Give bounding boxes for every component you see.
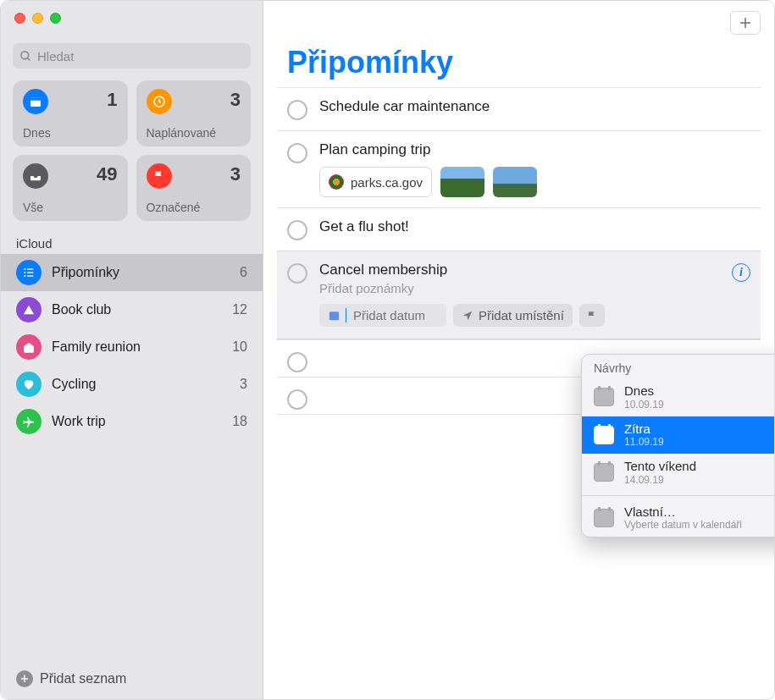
complete-toggle[interactable] <box>287 143 307 163</box>
sidebar-list-item[interactable]: Family reunion10 <box>1 328 263 366</box>
list-name: Family reunion <box>52 339 222 355</box>
reminder-item-editing[interactable]: Cancel membership Přidat poznámky Přidat… <box>277 251 761 339</box>
flag-icon <box>147 163 172 189</box>
date-suggestion[interactable]: Zítra11.09.19 <box>582 416 775 455</box>
smart-flagged[interactable]: 3 Označené <box>136 155 252 221</box>
favicon-icon <box>329 174 344 190</box>
list-name: Work trip <box>52 414 222 429</box>
svg-rect-9 <box>27 272 33 273</box>
smart-scheduled-count: 3 <box>230 89 241 111</box>
add-location-label: Přidat umístění <box>479 308 564 322</box>
calendar-icon <box>328 309 340 322</box>
inbox-icon <box>23 163 48 189</box>
zoom-window-button[interactable] <box>50 13 61 24</box>
window-controls <box>14 13 61 24</box>
plus-circle-icon: + <box>16 670 33 687</box>
list-color-icon <box>16 260 42 285</box>
svg-rect-10 <box>27 275 33 276</box>
smart-lists: 1 Dnes 3 Naplánované 49 <box>1 77 263 229</box>
list-name: Book club <box>52 302 222 317</box>
calendar-icon <box>594 388 614 406</box>
list-container: Připomínky6Book club12Family reunion10Cy… <box>1 254 263 659</box>
date-suggestion-date: 10.09.19 <box>624 399 664 411</box>
url-attachment[interactable]: parks.ca.gov <box>319 167 432 197</box>
list-count: 10 <box>232 339 247 355</box>
complete-toggle[interactable] <box>287 263 307 284</box>
svg-point-5 <box>24 268 25 270</box>
smart-flagged-count: 3 <box>230 163 241 185</box>
sidebar-list-item[interactable]: Připomínky6 <box>1 254 263 291</box>
add-date-input[interactable] <box>353 308 438 322</box>
date-suggestion[interactable]: Dnes10.09.19 <box>582 378 775 416</box>
smart-all-label: Vše <box>23 201 118 214</box>
list-name: Cycling <box>52 377 230 392</box>
smart-all-count: 49 <box>97 163 117 185</box>
smart-today-count: 1 <box>107 89 117 111</box>
list-color-icon <box>16 334 42 360</box>
calendar-icon <box>594 463 614 482</box>
add-date-button[interactable] <box>319 304 446 327</box>
svg-line-1 <box>27 58 30 60</box>
list-count: 18 <box>232 414 247 429</box>
sidebar-list-item[interactable]: Cycling3 <box>1 366 263 403</box>
smart-today-label: Dnes <box>23 126 118 140</box>
complete-toggle[interactable] <box>287 352 307 372</box>
reminder-item[interactable]: Plan camping trip parks.ca.gov <box>277 130 761 207</box>
add-flag-button[interactable] <box>579 304 605 327</box>
sidebar-list-item[interactable]: Book club12 <box>1 291 263 328</box>
close-window-button[interactable] <box>14 13 25 24</box>
date-suggestion-title: Tento víkend <box>624 460 696 474</box>
svg-point-0 <box>21 51 29 58</box>
list-color-icon <box>16 409 42 434</box>
date-suggestion[interactable]: Tento víkend14.09.19 <box>582 454 775 492</box>
toolbar <box>263 1 774 45</box>
reminder-item[interactable]: Schedule car maintenance <box>277 87 761 130</box>
add-location-button[interactable]: Přidat umístění <box>453 304 573 327</box>
notes-placeholder[interactable]: Přidat poznámky <box>319 281 750 295</box>
url-attachment-label: parks.ca.gov <box>351 175 423 190</box>
list-name: Připomínky <box>52 265 230 280</box>
date-suggestion-title: Dnes <box>624 384 664 399</box>
date-suggestion-custom[interactable]: Vlastní… Vyberte datum v kalendáři <box>582 499 775 537</box>
search-icon <box>19 50 32 63</box>
main-panel: Připomínky Schedule car maintenance Plan… <box>263 1 774 699</box>
minimize-window-button[interactable] <box>32 13 43 24</box>
svg-point-7 <box>24 275 25 277</box>
calendar-icon <box>594 426 614 444</box>
list-count: 3 <box>240 377 247 392</box>
search-input[interactable]: Hledat <box>13 43 251 69</box>
date-suggestions-popover: Návrhy Dnes10.09.19Zítra11.09.19Tento ví… <box>581 354 775 537</box>
image-attachment[interactable] <box>440 167 484 197</box>
page-title: Připomínky <box>263 45 774 87</box>
app-window: Hledat 1 Dnes 3 Naplánovan <box>0 0 775 700</box>
complete-toggle[interactable] <box>287 100 307 120</box>
date-suggestion-date: 11.09.19 <box>624 436 664 448</box>
sidebar: Hledat 1 Dnes 3 Naplánovan <box>1 1 263 699</box>
add-reminder-button[interactable] <box>730 11 761 35</box>
smart-scheduled[interactable]: 3 Naplánované <box>136 80 252 146</box>
reminder-title: Get a flu shot! <box>319 218 750 235</box>
flag-icon <box>586 310 598 322</box>
section-header-icloud[interactable]: iCloud <box>1 229 263 254</box>
list-count: 12 <box>232 302 247 317</box>
popover-header: Návrhy <box>582 355 775 378</box>
smart-scheduled-label: Naplánované <box>147 126 241 140</box>
reminder-item[interactable]: Get a flu shot! <box>277 207 761 251</box>
list-color-icon <box>16 297 42 322</box>
search-placeholder: Hledat <box>37 49 74 63</box>
complete-toggle[interactable] <box>287 389 307 410</box>
reminder-title: Cancel membership <box>319 262 750 278</box>
date-suggestion-title: Zítra <box>624 422 664 437</box>
smart-today[interactable]: 1 Dnes <box>13 80 128 146</box>
info-button[interactable]: i <box>732 263 750 282</box>
date-suggestion-date: 14.09.19 <box>624 474 696 486</box>
svg-point-6 <box>24 272 25 273</box>
smart-all[interactable]: 49 Vše <box>13 155 128 221</box>
add-list-label: Přidat seznam <box>40 671 126 686</box>
add-list-button[interactable]: + Přidat seznam <box>1 659 263 699</box>
image-attachment[interactable] <box>493 167 537 197</box>
sidebar-list-item[interactable]: Work trip18 <box>1 403 263 440</box>
smart-flagged-label: Označené <box>147 201 241 214</box>
complete-toggle[interactable] <box>287 220 307 240</box>
location-arrow-icon <box>462 310 473 322</box>
